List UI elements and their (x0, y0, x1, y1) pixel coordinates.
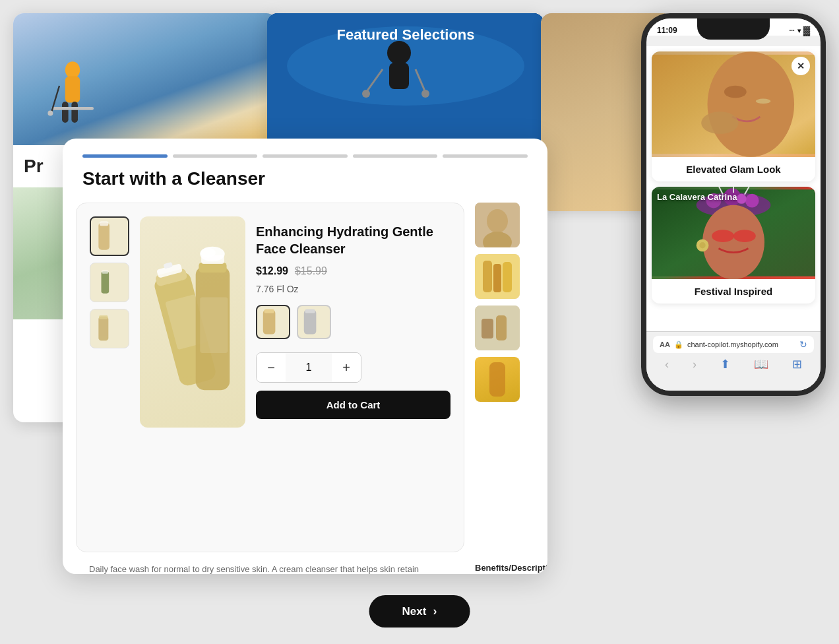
browser-url-bar[interactable]: AA 🔒 chant-copilot.myshopify.com ↻ (653, 336, 814, 353)
thumb-icon-3 (93, 312, 126, 345)
svg-rect-32 (199, 263, 226, 273)
product-area: Enhancing Hydrating Gentle Face Cleanser… (63, 203, 547, 552)
browser-share-button[interactable]: ⬆ (720, 357, 730, 371)
thumbnail-1[interactable] (90, 216, 129, 256)
phone-browser-bar: AA 🔒 chant-copilot.myshopify.com ↻ ‹ › ⬆… (646, 331, 821, 391)
browser-forward-button[interactable]: › (693, 358, 697, 371)
phone-card-glam: ✕ Elevated Glam Look (652, 51, 815, 181)
lock-icon: 🔒 (674, 340, 683, 349)
price-original: $15.99 (295, 265, 327, 277)
next-button-label: Next (402, 605, 427, 618)
thumbnail-2[interactable] (90, 263, 129, 302)
skier-figure-left (46, 59, 99, 139)
product-prices: $12.99 $15.99 (256, 265, 451, 277)
aa-text: AA (660, 340, 670, 348)
svg-rect-2 (62, 102, 69, 123)
svg-rect-24 (98, 317, 108, 341)
browser-tabs-button[interactable]: ⊞ (792, 357, 802, 371)
right-thumb-misc[interactable] (475, 306, 520, 350)
svg-rect-37 (263, 309, 276, 334)
phone-notch (697, 18, 770, 40)
benefits-section: Benefits/Description Gently remove impur… (475, 552, 534, 574)
phone-content: ✕ Elevated Glam Look (646, 46, 821, 358)
variant-option-2[interactable] (297, 305, 331, 339)
add-to-cart-button[interactable]: Add to Cart (256, 391, 451, 419)
svg-rect-40 (305, 309, 315, 313)
battery-icon: ▓ (803, 25, 810, 36)
right-thumb-yellow-icon (475, 357, 520, 402)
glam-card-title: Elevated Glam Look (652, 157, 815, 181)
svg-rect-22 (102, 271, 109, 293)
quantity-decrease-button[interactable]: − (257, 353, 286, 382)
svg-point-56 (701, 112, 738, 134)
variant-option-1[interactable] (256, 305, 290, 339)
festival-overlay-label: La Calavera Catrina (657, 192, 789, 202)
right-thumb-bottles[interactable] (475, 254, 520, 299)
dots-icon: ··· (789, 27, 794, 34)
svg-rect-15 (389, 63, 409, 89)
status-icons: ··· ▾ ▓ (789, 25, 810, 36)
svg-point-19 (421, 90, 429, 98)
svg-point-55 (724, 86, 747, 98)
progress-bar (63, 139, 547, 168)
browser-back-button[interactable]: ‹ (665, 358, 669, 371)
right-thumb-bottles-icon (475, 254, 520, 299)
festival-image: La Calavera Catrina (652, 187, 815, 279)
svg-rect-25 (99, 315, 108, 319)
quantity-control: − 1 + (256, 352, 361, 383)
glam-image: ✕ (652, 51, 815, 157)
progress-segment-5 (443, 154, 528, 158)
variant-icon-2 (299, 307, 328, 337)
right-thumb-misc-icon (475, 306, 520, 350)
product-thumbnails (90, 216, 129, 538)
svg-rect-3 (71, 102, 78, 123)
main-modal: Start with a Cleanser (63, 139, 547, 574)
thumbnail-3[interactable] (90, 309, 129, 348)
phone-close-button[interactable]: ✕ (792, 57, 810, 75)
product-description: Daily face wash for normal to dry sensit… (76, 552, 464, 574)
thumb-icon-1 (93, 220, 126, 253)
svg-point-6 (47, 111, 53, 116)
next-arrow-icon: › (433, 604, 437, 618)
svg-point-42 (487, 209, 508, 233)
svg-point-65 (712, 230, 734, 242)
phone-time: 11:09 (657, 26, 677, 35)
quantity-value: 1 (286, 362, 332, 373)
next-button[interactable]: Next › (369, 595, 470, 628)
product-info: Enhancing Hydrating Gentle Face Cleanser… (256, 216, 451, 538)
svg-rect-39 (304, 309, 317, 334)
festival-card-title: Festival Inspired (652, 279, 815, 304)
background-card-middle: Featured Selections (267, 13, 544, 152)
svg-rect-21 (100, 222, 108, 226)
url-text: chant-copilot.myshopify.com (687, 340, 795, 348)
svg-point-0 (65, 61, 80, 79)
refresh-icon[interactable]: ↻ (799, 339, 807, 350)
svg-point-68 (699, 242, 705, 248)
product-name: Enhancing Hydrating Gentle Face Cleanser (256, 223, 451, 257)
svg-rect-38 (264, 309, 274, 313)
svg-point-18 (362, 90, 370, 98)
product-description-area: Daily face wash for normal to dry sensit… (63, 552, 547, 574)
svg-rect-46 (493, 264, 501, 292)
browser-bookmarks-button[interactable]: 📖 (754, 357, 768, 371)
variant-icon-1 (259, 307, 288, 337)
right-thumb-person-icon (475, 203, 520, 247)
quantity-increase-button[interactable]: + (332, 353, 361, 382)
svg-rect-4 (51, 107, 94, 110)
product-bottle-svg (140, 223, 245, 421)
svg-rect-34 (200, 298, 228, 353)
svg-rect-20 (98, 222, 109, 250)
svg-rect-50 (496, 315, 507, 340)
featured-selections-label: Featured Selections (267, 26, 544, 44)
svg-rect-52 (489, 362, 505, 397)
svg-point-36 (201, 248, 216, 258)
browser-actions: ‹ › ⬆ 📖 ⊞ (653, 357, 814, 371)
svg-point-54 (708, 51, 795, 157)
right-thumb-person[interactable] (475, 203, 520, 247)
svg-point-57 (756, 99, 771, 104)
right-thumb-yellow[interactable] (475, 357, 520, 402)
phone-mockup: 11:09 ··· ▾ ▓ (641, 13, 826, 396)
svg-rect-47 (503, 262, 512, 292)
svg-point-64 (702, 205, 764, 279)
modal-title: Start with a Cleanser (63, 168, 547, 203)
